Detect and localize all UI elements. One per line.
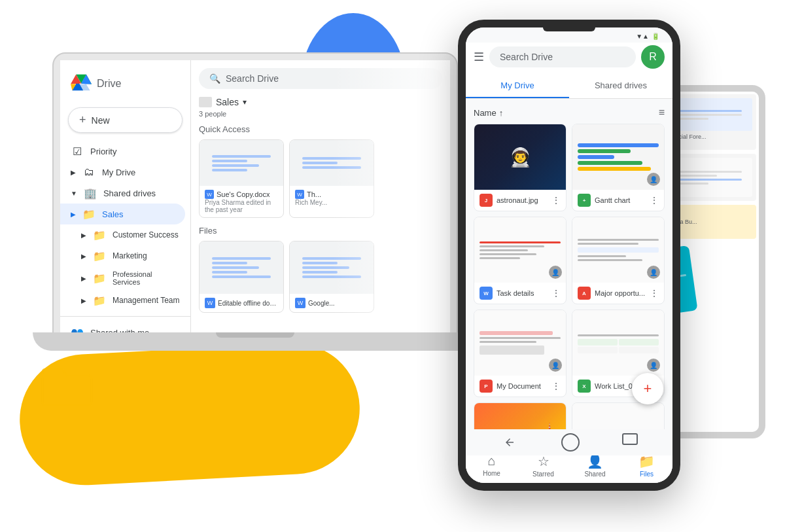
phone-notch bbox=[543, 27, 595, 31]
sidebar-item-management[interactable]: ▶ 📁 Management Team bbox=[60, 290, 190, 311]
file-card-1-name: Editable offline docu... bbox=[218, 300, 278, 307]
sort-label-group[interactable]: Name ↑ bbox=[474, 108, 503, 118]
home-button[interactable] bbox=[561, 433, 580, 452]
home-nav-label: Home bbox=[483, 470, 500, 477]
list-view-icon[interactable]: ≡ bbox=[659, 107, 665, 118]
tab-shared-drives[interactable]: Shared drives bbox=[569, 74, 672, 98]
arrow-icon5: ▶ bbox=[81, 275, 86, 282]
pro-label: Professional Services bbox=[113, 270, 180, 286]
phone-file-card-2[interactable]: 👤 + Gantt chart ⋮ bbox=[572, 124, 665, 211]
recents-button[interactable] bbox=[622, 433, 638, 445]
fab-add-button[interactable]: + bbox=[632, 373, 663, 404]
tab-my-drive[interactable]: My Drive bbox=[466, 74, 569, 98]
file-card-2[interactable]: W Google... bbox=[289, 241, 374, 313]
gantt-bar-1 bbox=[578, 143, 659, 147]
major-preview bbox=[578, 237, 659, 263]
shared-nav-label: Shared bbox=[584, 470, 605, 478]
shared-drives-label: Shared drives bbox=[103, 188, 156, 198]
back-button[interactable] bbox=[500, 433, 519, 452]
sidebar-item-marketing[interactable]: ▶ 📁 Marketing bbox=[60, 245, 190, 266]
sidebar-item-shared-with-me[interactable]: 👥 Shared with me bbox=[60, 322, 190, 332]
file-more-2[interactable]: ⋮ bbox=[650, 195, 659, 205]
sidebar-item-priority[interactable]: ☑ Priority bbox=[60, 141, 190, 162]
tab-shared-drives-label: Shared drives bbox=[595, 80, 647, 90]
bottom-nav-shared[interactable]: 👤 Shared bbox=[569, 453, 621, 478]
drive-search[interactable]: 🔍 Search Drive bbox=[199, 68, 442, 89]
slides-icon-letter-1: P bbox=[484, 383, 487, 389]
mydoc-preview bbox=[480, 329, 561, 357]
file-card-1[interactable]: W Editable offline docu... bbox=[199, 241, 284, 313]
priority-label: Priority bbox=[90, 147, 116, 156]
wl-cell-2 bbox=[619, 339, 659, 346]
file-more-3[interactable]: ⋮ bbox=[551, 288, 561, 298]
bottom-nav-starred[interactable]: ☆ Starred bbox=[517, 453, 569, 478]
arrow-icon2: ▶ bbox=[71, 211, 76, 218]
phone-screen: ▼▲ 🔋 ☰ Search Drive R My Drive bbox=[466, 27, 672, 483]
sidebar-item-professional[interactable]: ▶ 📁 Professional Services bbox=[60, 266, 190, 290]
hamburger-icon[interactable]: ☰ bbox=[474, 50, 484, 64]
f-line-2 bbox=[212, 262, 247, 264]
priority-icon: ☑ bbox=[71, 145, 84, 158]
sidebar-item-sales[interactable]: ▶ 📁 Sales bbox=[60, 204, 185, 224]
file-name-4: Major opportu... bbox=[595, 289, 646, 297]
qa-line-1 bbox=[212, 155, 271, 158]
folder-header: Sales ▾ bbox=[199, 97, 442, 107]
file-card-2-name: Google... bbox=[308, 300, 368, 307]
files-grid: W Editable offline docu... bbox=[199, 241, 442, 313]
sheets-file-icon-2: X bbox=[578, 380, 591, 393]
sidebar-item-customer-success[interactable]: ▶ 📁 Customer Success bbox=[60, 224, 190, 245]
phone-file-card-5[interactable]: 👤 P My Document ⋮ bbox=[474, 310, 567, 397]
doc-icon-1: W bbox=[205, 190, 214, 199]
sidebar-item-mydrive[interactable]: ▶ 🗂 My Drive bbox=[60, 162, 190, 183]
folder-name: Sales bbox=[216, 97, 239, 107]
mydoc-line-title bbox=[480, 331, 553, 335]
mydoc-avatar-badge: 👤 bbox=[549, 359, 562, 372]
phone-file-card-4[interactable]: 👤 A Major opportu... ⋮ bbox=[572, 217, 665, 304]
slides-file-icon-1: P bbox=[480, 380, 493, 393]
sort-row: Name ↑ ≡ bbox=[474, 104, 665, 124]
quick-access-title: Quick Access bbox=[199, 124, 442, 134]
gantt-bar-2 bbox=[578, 149, 631, 153]
folder-dropdown-icon: ▾ bbox=[243, 98, 247, 107]
bottom-nav-files[interactable]: 📁 Files bbox=[621, 453, 672, 478]
qa-card-1[interactable]: W Sue's Copy.docx Priya Sharma edited in… bbox=[199, 139, 284, 218]
file-thumb-astronaut: 👨‍🚀 bbox=[474, 124, 566, 190]
mydoc-line-2 bbox=[480, 341, 536, 343]
sheets-file-icon-1: + bbox=[578, 194, 591, 207]
file-thumb-major: 👤 bbox=[572, 217, 664, 283]
file-thumb-task: 👤 bbox=[474, 217, 566, 283]
sheets-icon-letter-1: + bbox=[583, 198, 586, 204]
worklist-preview bbox=[578, 332, 659, 353]
qa-preview-lines-2 bbox=[298, 151, 365, 175]
laptop-device: Drive + New ☑ Priority ▶ 🗂 My Drive ▼ bbox=[52, 52, 471, 445]
file-name-1: astronaut.jpg bbox=[497, 196, 548, 204]
f2-line-1 bbox=[302, 257, 361, 260]
qa-card-2[interactable]: W Th... Rich Mey... bbox=[289, 139, 374, 218]
new-button[interactable]: + New bbox=[68, 107, 183, 133]
task-line-4 bbox=[480, 253, 536, 255]
sales-folder-icon: 📁 bbox=[82, 207, 96, 221]
phone-avatar[interactable]: R bbox=[641, 45, 665, 69]
arrow-icon: ▶ bbox=[71, 169, 76, 176]
phone-file-card-1[interactable]: 👨‍🚀 J astronaut.jpg ⋮ bbox=[474, 124, 567, 211]
f-line-1 bbox=[212, 257, 271, 260]
phone-search-bar[interactable]: Search Drive bbox=[489, 46, 636, 67]
qa-card-2-meta: Rich Mey... bbox=[295, 199, 368, 206]
phone-file-card-3[interactable]: 👤 W Task details ⋮ bbox=[474, 217, 567, 304]
file-more-4[interactable]: ⋮ bbox=[650, 288, 659, 298]
file-more-5[interactable]: ⋮ bbox=[551, 381, 561, 391]
arrow-icon6: ▶ bbox=[81, 297, 86, 304]
qa-line-6 bbox=[302, 162, 338, 164]
f2-line-5 bbox=[302, 275, 361, 278]
battery-icon: 🔋 bbox=[652, 33, 659, 40]
phone-search-placeholder: Search Drive bbox=[500, 52, 553, 62]
qa-card-2-info: W Th... Rich Mey... bbox=[290, 186, 374, 210]
sidebar-item-shared-drives[interactable]: ▼ 🏢 Shared drives bbox=[60, 183, 190, 204]
plus-icon: + bbox=[79, 113, 86, 127]
file-more-1[interactable]: ⋮ bbox=[551, 195, 561, 205]
file-name-3: Task details bbox=[497, 289, 548, 297]
task-preview bbox=[480, 239, 561, 261]
shared-with-me-label: Shared with me bbox=[90, 328, 149, 333]
mydrive-icon: 🗂 bbox=[82, 166, 96, 179]
bottom-nav-home[interactable]: ⌂ Home bbox=[466, 453, 517, 478]
